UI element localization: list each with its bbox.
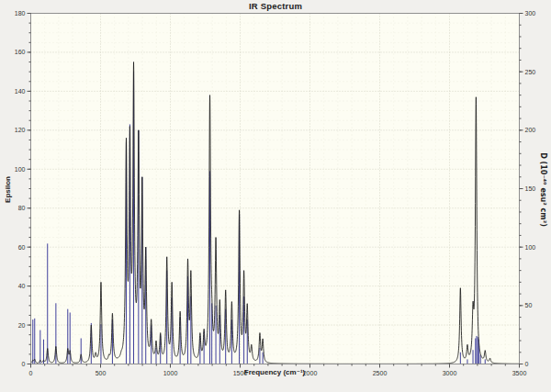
- svg-text:100: 100: [15, 166, 26, 173]
- svg-text:160: 160: [15, 49, 26, 55]
- svg-text:180: 180: [15, 10, 26, 17]
- svg-text:20: 20: [18, 322, 26, 329]
- left-axis-label-text: Epsilon: [4, 176, 12, 203]
- left-axis-label: Epsilon: [0, 0, 15, 378]
- svg-text:60: 60: [18, 244, 26, 251]
- svg-text:0: 0: [22, 361, 26, 367]
- chart-title: IR Spectrum: [0, 1, 551, 11]
- spectrum-plot-canvas: 0500100015002000250030003500020406080100…: [0, 0, 551, 392]
- svg-text:50: 50: [525, 302, 533, 308]
- svg-text:80: 80: [18, 205, 26, 211]
- ir-spectrum-chart: 0500100015002000250030003500020406080100…: [0, 0, 551, 392]
- svg-text:140: 140: [15, 88, 26, 95]
- svg-text:120: 120: [15, 127, 26, 133]
- x-axis-label: Frequency (cm⁻¹): [30, 368, 519, 376]
- right-axis-label-text: D (10⁻⁴⁰ esu² cm²): [539, 152, 547, 227]
- svg-text:0: 0: [525, 361, 529, 367]
- right-axis-label: D (10⁻⁴⁰ esu² cm²): [534, 0, 551, 378]
- svg-text:40: 40: [18, 283, 26, 289]
